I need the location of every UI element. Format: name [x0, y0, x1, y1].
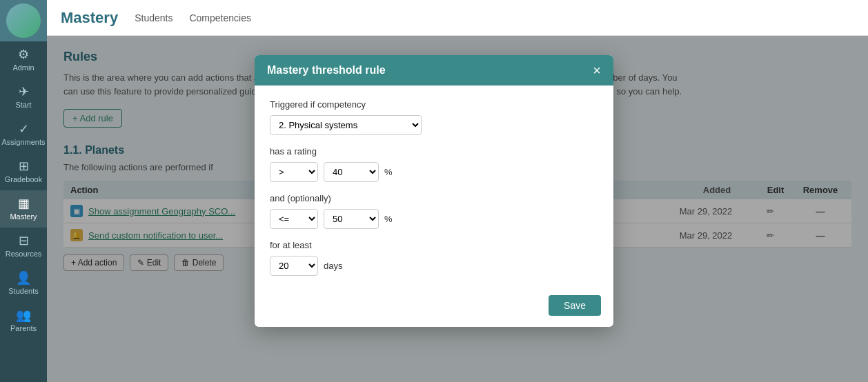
sidebar-item-label: Gradebook [5, 175, 42, 183]
for-at-least-label: for at least [270, 240, 598, 250]
days-label: days [324, 261, 342, 271]
sidebar-item-mastery[interactable]: ▦ Mastery [0, 190, 47, 228]
sidebar-item-label: Assignments [2, 138, 46, 146]
sidebar-item-gradebook[interactable]: ⊞ Gradebook [0, 153, 47, 190]
competency-select[interactable]: 2. Physical systems 1. Planets 3. Geogra… [270, 115, 422, 135]
sidebar-item-label: Admin [12, 63, 34, 72]
mastery-threshold-modal: Mastery threshold rule × Triggered if co… [255, 55, 613, 327]
sidebar-item-label: Mastery [10, 212, 37, 221]
triggered-label: Triggered if competency [270, 99, 598, 110]
sidebar: ⚙ Admin ✈ Start ✓ Assignments ⊞ Gradeboo… [0, 0, 47, 382]
students-icon: 👤 [16, 272, 31, 284]
rating-row-2: <= > >= < = 50 10 20 30 40 60 [270, 209, 598, 229]
save-button[interactable]: Save [549, 295, 601, 316]
has-rating-label: has a rating [270, 146, 598, 157]
parents-icon: 👥 [16, 309, 31, 321]
sidebar-item-students[interactable]: 👤 Students [0, 265, 47, 302]
optional-label: and (optionally) [270, 193, 598, 203]
operator1-select[interactable]: > >= < <= = [270, 162, 318, 182]
percent2-label: % [384, 214, 393, 224]
tab-competencies[interactable]: Competencies [189, 10, 251, 26]
days-select[interactable]: 20 1 5 10 15 30 [270, 256, 318, 276]
resources-icon: ⊟ [19, 234, 29, 247]
rating-row-1: > >= < <= = 40 10 20 30 50 60 [270, 162, 598, 182]
sidebar-item-label: Start [15, 101, 31, 109]
sidebar-item-parents[interactable]: 👥 Parents [0, 302, 47, 339]
sidebar-item-label: Parents [10, 324, 37, 332]
assignments-icon: ✓ [19, 123, 29, 135]
start-icon: ✈ [19, 86, 29, 98]
sidebar-item-label: Students [8, 287, 38, 295]
main-area: Mastery Students Competencies Rules This… [47, 0, 868, 382]
modal-body: Triggered if competency 2. Physical syst… [255, 86, 613, 287]
modal-title: Mastery threshold rule [267, 64, 386, 77]
tab-students[interactable]: Students [135, 10, 172, 26]
value1-select[interactable]: 40 10 20 30 50 60 70 80 90 100 [324, 162, 379, 182]
page-title: Mastery [61, 9, 118, 27]
avatar-image [6, 3, 41, 38]
days-row: 20 1 5 10 15 30 days [270, 256, 598, 276]
sidebar-item-resources[interactable]: ⊟ Resources [0, 228, 47, 265]
value2-select[interactable]: 50 10 20 30 40 60 70 80 90 100 [324, 209, 379, 229]
avatar [0, 0, 47, 41]
sidebar-item-label: Resources [6, 250, 42, 258]
modal-header: Mastery threshold rule × [255, 55, 613, 86]
modal-close-button[interactable]: × [593, 63, 601, 77]
percent1-label: % [384, 167, 393, 177]
topbar: Mastery Students Competencies [47, 0, 868, 36]
sidebar-item-start[interactable]: ✈ Start [0, 79, 47, 116]
operator2-select[interactable]: <= > >= < = [270, 209, 318, 229]
sidebar-item-assignments[interactable]: ✓ Assignments [0, 116, 47, 153]
admin-icon: ⚙ [18, 48, 29, 61]
gradebook-icon: ⊞ [19, 160, 29, 172]
content-area: Rules This is the area where you can add… [47, 36, 868, 382]
mastery-icon: ▦ [18, 197, 30, 210]
sidebar-item-admin[interactable]: ⚙ Admin [0, 41, 47, 79]
modal-overlay: Mastery threshold rule × Triggered if co… [47, 36, 868, 382]
modal-footer: Save [255, 287, 613, 327]
